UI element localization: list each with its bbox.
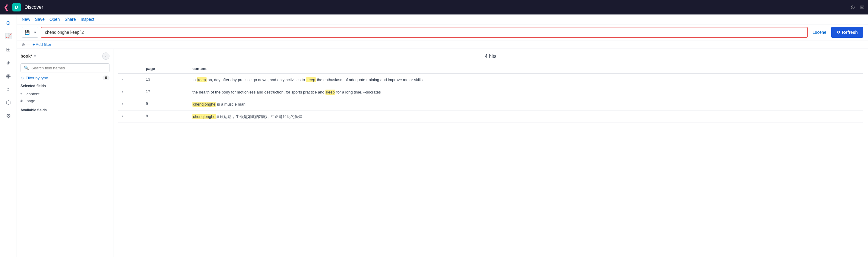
save-button[interactable]: Save: [35, 17, 44, 22]
table-header-row: page content: [118, 64, 863, 74]
filter-separator: —: [26, 42, 30, 47]
selected-fields-list: t content # page: [21, 91, 110, 104]
highlight-chenqionghe: chenqionghe: [192, 102, 216, 107]
expand-row-icon[interactable]: ›: [122, 102, 123, 106]
share-button[interactable]: Share: [65, 17, 76, 22]
mail-icon[interactable]: ✉: [860, 4, 864, 10]
refresh-icon: ↻: [837, 30, 840, 35]
hits-count: 4: [485, 54, 488, 59]
add-filter-button[interactable]: + Add filter: [33, 42, 51, 47]
field-name-content[interactable]: content: [27, 92, 39, 96]
expand-row-icon[interactable]: ›: [122, 90, 123, 94]
selected-fields-title: Selected fields: [21, 84, 110, 88]
content-cell: to keep on, day after day practice go do…: [189, 74, 863, 86]
nav-maps[interactable]: ◉: [2, 70, 14, 82]
save-search-group: 💾 ▾: [22, 27, 38, 38]
highlight-keep: keep: [197, 77, 206, 82]
available-fields-title: Available fields: [21, 108, 110, 112]
inspect-button[interactable]: Inspect: [81, 17, 94, 22]
hits-label: hits: [489, 54, 496, 59]
page-cell: 9: [142, 98, 189, 111]
expand-row-icon[interactable]: ›: [122, 77, 123, 82]
top-bar: ❮ D Discover ⊙ ✉: [0, 0, 868, 14]
left-nav: ⊙ 📈 ⊞ ◈ ◉ ○ ⬡ ⚙: [0, 14, 17, 257]
refresh-button[interactable]: ↻ Refresh: [831, 27, 863, 38]
results-panel: 4 hits page content ›: [114, 49, 868, 257]
save-search-icon[interactable]: 💾: [22, 27, 32, 37]
nav-dashboard[interactable]: ⊞: [2, 43, 14, 56]
user-avatar[interactable]: D: [12, 3, 21, 11]
top-bar-icons: ⊙ ✉: [850, 4, 864, 10]
highlight-keep: keep: [306, 77, 316, 82]
table-row: › 17 the health of the body for motionle…: [118, 86, 863, 98]
filter-icon: ⊖: [22, 42, 25, 47]
new-button[interactable]: New: [22, 17, 30, 22]
save-search-chevron[interactable]: ▾: [32, 27, 38, 37]
open-button[interactable]: Open: [50, 17, 60, 22]
nav-visualize[interactable]: 📈: [2, 30, 14, 42]
content-area: New Save Open Share Inspect 💾 ▾ Lucene ↻…: [17, 14, 868, 257]
index-name: book*: [21, 54, 32, 59]
app-title: Discover: [25, 4, 847, 10]
nav-canvas[interactable]: ◈: [2, 57, 14, 69]
col-expand: [118, 64, 142, 74]
field-search[interactable]: 🔍: [21, 63, 110, 72]
field-search-input[interactable]: [31, 66, 106, 70]
search-bar-area: 💾 ▾ Lucene ↻ Refresh: [17, 25, 868, 40]
field-search-icon: 🔍: [24, 65, 29, 70]
col-page: page: [142, 64, 189, 74]
content-cell: chenqionghe喜欢运动，生命是如此的精彩，生命是如此的辉煌: [189, 110, 863, 123]
page-cell: 13: [142, 74, 189, 86]
lucene-button[interactable]: Lucene: [810, 30, 829, 35]
expand-row-icon[interactable]: ›: [122, 114, 123, 118]
discovery-area: book* ▾ ‹ 🔍 ⊙ Filter by type 0 Selected …: [17, 49, 868, 257]
search-input[interactable]: [41, 27, 808, 38]
filter-by-type-row[interactable]: ⊙ Filter by type 0: [21, 75, 110, 80]
search-input-wrapper: [41, 27, 808, 38]
user-icon[interactable]: ⊙: [850, 4, 855, 10]
list-item: # page: [21, 97, 110, 104]
filter-type-text: Filter by type: [26, 76, 48, 80]
nav-discover[interactable]: ⊙: [2, 17, 14, 29]
index-selector[interactable]: book* ▾ ‹: [21, 53, 110, 60]
field-type-icon: #: [21, 99, 24, 103]
kibana-logo: ❮: [4, 4, 9, 11]
content-cell: the health of the body for motionless an…: [189, 86, 863, 98]
page-cell: 8: [142, 110, 189, 123]
table-row: › 8 chenqionghe喜欢运动，生命是如此的精彩，生命是如此的辉煌: [118, 110, 863, 123]
nav-settings[interactable]: ⚙: [2, 110, 14, 122]
filter-pill[interactable]: ⊖ —: [22, 42, 30, 47]
toolbar: New Save Open Share Inspect: [17, 14, 868, 25]
table-row: › 13 to keep on, day after day practice …: [118, 74, 863, 86]
nav-ml[interactable]: ⬡: [2, 97, 14, 108]
col-content: content: [189, 64, 863, 74]
results-table: page content › 13 to keep on, day after …: [118, 64, 863, 123]
list-item: t content: [21, 91, 110, 97]
field-name-page[interactable]: page: [27, 99, 35, 103]
filter-type-label: ⊙ Filter by type: [21, 76, 48, 80]
nav-graph[interactable]: ○: [2, 83, 14, 95]
page-cell: 17: [142, 86, 189, 98]
highlight-keep: keep: [326, 90, 335, 95]
filter-bar: ⊖ — + Add filter: [17, 40, 868, 49]
content-cell: chenqionghe is a muscle man: [189, 98, 863, 111]
sidebar: book* ▾ ‹ 🔍 ⊙ Filter by type 0 Selected …: [17, 49, 114, 257]
refresh-label: Refresh: [842, 30, 858, 35]
highlight-chenqionghe: chenqionghe: [192, 114, 216, 119]
field-type-icon: t: [21, 92, 24, 96]
main-layout: ⊙ 📈 ⊞ ◈ ◉ ○ ⬡ ⚙ New Save Open Share Insp…: [0, 14, 868, 257]
index-chevron-icon: ▾: [34, 54, 36, 58]
filter-type-icon: ⊙: [21, 76, 24, 80]
hits-header: 4 hits: [118, 54, 863, 59]
collapse-sidebar-button[interactable]: ‹: [102, 53, 110, 60]
table-row: › 9 chenqionghe is a muscle man: [118, 98, 863, 111]
filter-type-badge: 0: [102, 75, 110, 80]
